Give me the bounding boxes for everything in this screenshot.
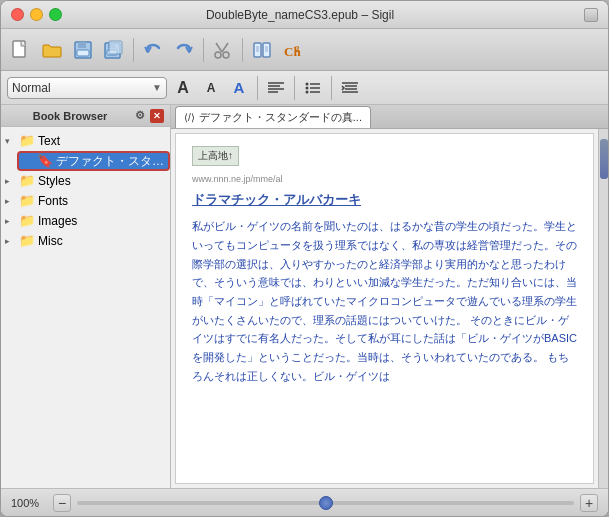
folder-icon-text: 📁	[19, 133, 35, 149]
minimize-button[interactable]	[30, 8, 43, 21]
tab-bar: ⟨/⟩ デファクト・スタンダードの真...	[171, 105, 608, 129]
text-folder-item[interactable]: ▾ 📁 Text	[1, 131, 170, 151]
indent-button[interactable]	[338, 77, 362, 99]
svg-rect-7	[109, 41, 122, 54]
book-browser-title: Book Browser	[7, 110, 133, 122]
svg-rect-3	[77, 50, 89, 56]
undo-icon[interactable]	[139, 36, 167, 64]
increase-font-button[interactable]: A	[171, 77, 195, 99]
scrollbar-thumb[interactable]	[600, 139, 608, 179]
zoom-out-button[interactable]: −	[53, 494, 71, 512]
separator1	[133, 38, 134, 62]
editor-content-wrapper: 上高地↑ www.nnn.ne.jp/mme/al ドラマチック・アルバカーキ …	[171, 129, 608, 488]
zoom-slider-thumb[interactable]	[319, 496, 333, 510]
active-tab[interactable]: ⟨/⟩ デファクト・スタンダードの真...	[175, 106, 371, 128]
doc-source: www.nnn.ne.jp/mme/al	[192, 172, 577, 186]
align-left-button[interactable]	[264, 77, 288, 99]
fonts-folder-label: Fonts	[38, 194, 68, 208]
doc-label: 上高地↑	[192, 146, 239, 166]
folder-icon-styles: 📁	[19, 173, 35, 189]
html-file-icon: 🔖	[37, 153, 53, 169]
font-color-button[interactable]: A	[227, 77, 251, 99]
svg-line-11	[222, 43, 228, 52]
doc-body: 私がビル・ゲイツの名前を聞いたのは、はるかな昔の学生の頃だった。学生といってもコ…	[192, 217, 577, 385]
status-bar: 100% − +	[1, 488, 608, 516]
titlebar: DoubleByte_nameCS3.epub – Sigil	[1, 1, 608, 29]
new-file-icon[interactable]	[7, 36, 35, 64]
titlebar-right	[538, 8, 598, 22]
text-folder-children: 🔖 デファクト・スタンダードの真実3.xhtml	[1, 151, 170, 171]
separator4	[257, 76, 258, 100]
main-window: DoubleByte_nameCS3.epub – Sigil	[0, 0, 609, 517]
style-select-arrow: ▼	[152, 82, 162, 93]
svg-point-30	[306, 90, 309, 93]
list-button[interactable]	[301, 77, 325, 99]
open-folder-icon[interactable]	[38, 36, 66, 64]
cut-icon[interactable]	[209, 36, 237, 64]
images-folder-item[interactable]: ▸ 📁 Images	[1, 211, 170, 231]
vertical-scrollbar[interactable]	[598, 129, 608, 488]
svg-point-8	[215, 52, 221, 58]
toolbar-main: Ch 2	[1, 29, 608, 71]
save-all-icon[interactable]	[100, 36, 128, 64]
xhtml-file-label: デファクト・スタンダードの真実3.xhtml	[56, 153, 164, 170]
zoom-level: 100%	[11, 497, 47, 509]
document-inner: 上高地↑ www.nnn.ne.jp/mme/al ドラマチック・アルバカーキ …	[176, 134, 593, 483]
editor-area: ⟨/⟩ デファクト・スタンダードの真... 上高地↑ www.nnn.ne.jp…	[171, 105, 608, 488]
close-button[interactable]	[11, 8, 24, 21]
svg-line-10	[216, 43, 222, 52]
svg-point-9	[223, 52, 229, 58]
separator2	[203, 38, 204, 62]
styles-folder-item[interactable]: ▸ 📁 Styles	[1, 171, 170, 191]
styles-folder-label: Styles	[38, 174, 71, 188]
tab-html-icon: ⟨/⟩	[184, 112, 195, 123]
redo-icon[interactable]	[170, 36, 198, 64]
code-view-icon[interactable]: Ch 2	[279, 36, 307, 64]
panel-header-icons: ⚙ ✕	[133, 109, 164, 123]
separator5	[294, 76, 295, 100]
svg-rect-2	[78, 42, 86, 48]
book-browser-header: Book Browser ⚙ ✕	[1, 105, 170, 127]
book-browser-panel: Book Browser ⚙ ✕ ▾ 📁 Text 🔖	[1, 105, 171, 488]
folder-toggle-images: ▸	[5, 216, 19, 226]
folder-toggle-text: ▾	[5, 136, 19, 146]
folder-toggle-styles: ▸	[5, 176, 19, 186]
maximize-button[interactable]	[49, 8, 62, 21]
text-folder-label: Text	[38, 134, 60, 148]
separator6	[331, 76, 332, 100]
folder-toggle-fonts: ▸	[5, 196, 19, 206]
tab-label: デファクト・スタンダードの真...	[199, 110, 362, 125]
separator3	[242, 38, 243, 62]
folder-icon-images: 📁	[19, 213, 35, 229]
xhtml-file-item[interactable]: 🔖 デファクト・スタンダードの真実3.xhtml	[17, 151, 170, 171]
document-view[interactable]: 上高地↑ www.nnn.ne.jp/mme/al ドラマチック・アルバカーキ …	[175, 133, 594, 484]
decrease-font-button[interactable]: A	[199, 77, 223, 99]
toolbar-format: Normal ▼ A A A	[1, 71, 608, 105]
close-panel-button[interactable]: ✕	[150, 109, 164, 123]
style-select[interactable]: Normal ▼	[7, 77, 167, 99]
misc-folder-item[interactable]: ▸ 📁 Misc	[1, 231, 170, 251]
panel-settings-icon[interactable]: ⚙	[133, 109, 147, 123]
fonts-folder-item[interactable]: ▸ 📁 Fonts	[1, 191, 170, 211]
zoom-slider[interactable]	[77, 501, 574, 505]
book-view-icon[interactable]	[248, 36, 276, 64]
save-icon[interactable]	[69, 36, 97, 64]
content-area: Book Browser ⚙ ✕ ▾ 📁 Text 🔖	[1, 105, 608, 488]
resize-button[interactable]	[584, 8, 598, 22]
svg-point-26	[306, 82, 309, 85]
svg-text:2: 2	[295, 44, 300, 54]
svg-rect-13	[263, 43, 270, 57]
images-folder-label: Images	[38, 214, 77, 228]
folder-toggle-misc: ▸	[5, 236, 19, 246]
misc-folder-label: Misc	[38, 234, 63, 248]
folder-icon-misc: 📁	[19, 233, 35, 249]
svg-rect-12	[254, 43, 261, 57]
book-browser-tree: ▾ 📁 Text 🔖 デファクト・スタンダードの真実3.xhtml ▸ 📁	[1, 127, 170, 488]
svg-point-28	[306, 86, 309, 89]
window-controls	[11, 8, 62, 21]
window-title: DoubleByte_nameCS3.epub – Sigil	[62, 8, 538, 22]
zoom-in-button[interactable]: +	[580, 494, 598, 512]
doc-heading: ドラマチック・アルバカーキ	[192, 190, 577, 211]
folder-icon-fonts: 📁	[19, 193, 35, 209]
style-select-value: Normal	[12, 81, 51, 95]
